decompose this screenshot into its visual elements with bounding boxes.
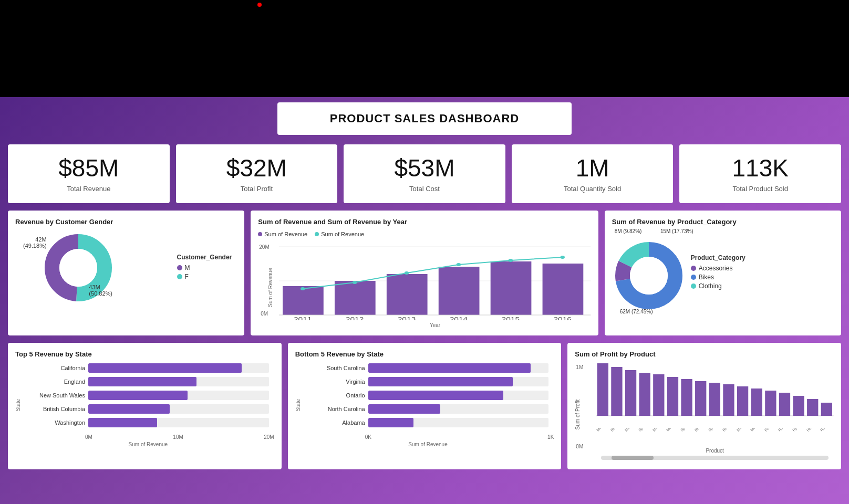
kpi-value-products: 113K — [695, 155, 825, 182]
bottom5-bar-on: Ontario — [307, 391, 549, 400]
gender-f-amount: 43M — [89, 284, 100, 290]
kpi-total-revenue: $85M Total Revenue — [8, 144, 170, 203]
svg-text:2013: 2013 — [398, 316, 416, 320]
svg-rect-38 — [723, 384, 734, 416]
bottom5-bars-wrapper: South Carolina Virginia On — [302, 363, 554, 447]
profit-y-min: 0M — [576, 444, 583, 449]
bottom5-fill-sc — [368, 363, 531, 373]
gender-f-dot — [177, 274, 182, 279]
profit-y-max: 1M — [576, 364, 583, 370]
top5-bars: California England New Sou — [22, 363, 274, 433]
svg-rect-37 — [709, 383, 720, 416]
legend-bikes: Bikes — [691, 274, 746, 281]
svg-rect-10 — [543, 264, 584, 315]
gender-chart-title: Revenue by Customer Gender — [15, 218, 237, 226]
svg-rect-43 — [793, 396, 804, 416]
svg-rect-6 — [335, 281, 376, 315]
svg-rect-35 — [681, 379, 692, 416]
kpi-label-products: Total Product Sold — [695, 185, 825, 193]
top5-track-england — [88, 377, 269, 386]
gender-donut-container: 42M (49.18%) 43M (5 — [15, 231, 237, 304]
svg-rect-32 — [639, 373, 650, 416]
accessories-label: 8M (9.82%) — [615, 228, 642, 234]
bottom5-state-chart-card: Bottom 5 Revenue by State State South Ca… — [288, 343, 562, 469]
kpi-label-cost: Total Cost — [359, 185, 490, 193]
kpi-total-quantity: 1M Total Quantity Sold — [512, 144, 674, 203]
svg-point-2 — [59, 249, 97, 287]
top5-xlabel: Sum of Revenue — [22, 442, 274, 447]
legend-accessories: Accessories — [691, 265, 746, 272]
profit-y-label: Sum of Profit — [575, 399, 581, 429]
svg-point-27 — [630, 257, 668, 295]
top5-label-england: England — [27, 379, 85, 385]
svg-text:2011: 2011 — [294, 316, 312, 320]
top5-bars-wrapper: California England New Sou — [22, 363, 274, 447]
product-donut-svg — [612, 239, 686, 312]
legend-sum-revenue-label-2: Sum of Revenue — [321, 231, 364, 237]
bottom5-x-axis: 0K 1K — [302, 434, 554, 440]
svg-text:2016: 2016 — [554, 316, 572, 320]
profit-scrollbar-thumb[interactable] — [612, 456, 654, 460]
kpi-total-cost: $53M Total Cost — [344, 144, 505, 203]
svg-point-11 — [301, 287, 305, 290]
top5-chart-body: State California England — [15, 363, 274, 447]
profit-bars-svg — [596, 363, 834, 426]
bottom5-track-al — [368, 418, 549, 427]
kpi-value-quantity: 1M — [527, 155, 658, 182]
bottom5-track-va — [368, 377, 549, 386]
revenue-year-chart-card: Sum of Revenue and Sum of Revenue by Yea… — [251, 211, 598, 335]
dashboard-title: PRODUCT SALES DASHBOARD — [298, 112, 551, 125]
gender-chart-card: Revenue by Customer Gender 42M (49.18%) — [8, 211, 244, 335]
bottom5-track-sc — [368, 363, 549, 373]
clothing-legend-label: Clothing — [699, 282, 722, 290]
kpi-total-profit: $32M Total Profit — [176, 144, 338, 203]
kpi-row: $85M Total Revenue $32M Total Profit $53… — [8, 144, 841, 203]
top-bar — [0, 0, 849, 97]
svg-rect-9 — [491, 261, 532, 315]
svg-rect-29 — [597, 363, 608, 416]
legend-teal-dot — [315, 232, 319, 236]
svg-rect-34 — [667, 377, 678, 416]
middle-charts-row: Revenue by Customer Gender 42M (49.18%) — [8, 211, 841, 335]
svg-rect-36 — [695, 381, 706, 416]
svg-point-16 — [561, 256, 565, 259]
kpi-value-profit: $32M — [192, 155, 322, 182]
top5-y-axis-label: State — [15, 399, 21, 411]
svg-rect-41 — [765, 391, 776, 416]
svg-text:2012: 2012 — [346, 316, 364, 320]
top5-bar-nsw: New South Wales — [27, 391, 269, 400]
top5-bar-england: England — [27, 377, 269, 386]
gender-legend-title: Customer_Gender — [177, 254, 232, 261]
legend-sum-revenue-purple: Sum of Revenue — [258, 231, 307, 237]
revenue-year-legend: Sum of Revenue Sum of Revenue — [258, 231, 591, 237]
svg-rect-40 — [751, 388, 762, 416]
accessories-dot — [691, 266, 696, 271]
y-axis-min: 0M — [261, 311, 268, 317]
svg-point-12 — [353, 281, 357, 284]
legend-sum-revenue-teal: Sum of Revenue — [315, 231, 364, 237]
profit-x-labels: Mount... Road ... Mount... Sport... Moun… — [596, 428, 834, 445]
svg-rect-45 — [821, 403, 832, 416]
bottom5-xlabel: Sum of Revenue — [302, 442, 554, 447]
gender-f-label: F — [185, 273, 189, 280]
kpi-value-cost: $53M — [359, 155, 490, 182]
top5-x-axis: 0M 10M 20M — [22, 434, 274, 440]
bottom5-x-0k: 0K — [365, 434, 371, 440]
bottom5-label-va: Virginia — [307, 379, 365, 385]
bottom-charts-row: Top 5 Revenue by State State California … — [8, 343, 841, 469]
profit-scrollbar-track[interactable] — [601, 456, 829, 460]
product-legend: Product_Category Accessories Bikes Cloth… — [691, 254, 746, 291]
svg-point-14 — [457, 263, 461, 266]
top5-bar-california: California — [27, 363, 269, 373]
bottom5-track-nc — [368, 404, 549, 414]
accessories-legend-label: Accessories — [699, 265, 733, 272]
top5-label-nsw: New South Wales — [27, 392, 85, 398]
svg-point-15 — [509, 259, 513, 262]
top5-track-wa — [88, 418, 269, 427]
svg-rect-44 — [807, 399, 818, 416]
top5-bar-bc: British Columbia — [27, 404, 269, 414]
bikes-label: 62M (72.45%) — [620, 309, 653, 314]
kpi-label-profit: Total Profit — [192, 185, 322, 193]
year-chart-xlabel: Year — [279, 322, 591, 328]
gender-legend-f: F — [177, 273, 232, 280]
